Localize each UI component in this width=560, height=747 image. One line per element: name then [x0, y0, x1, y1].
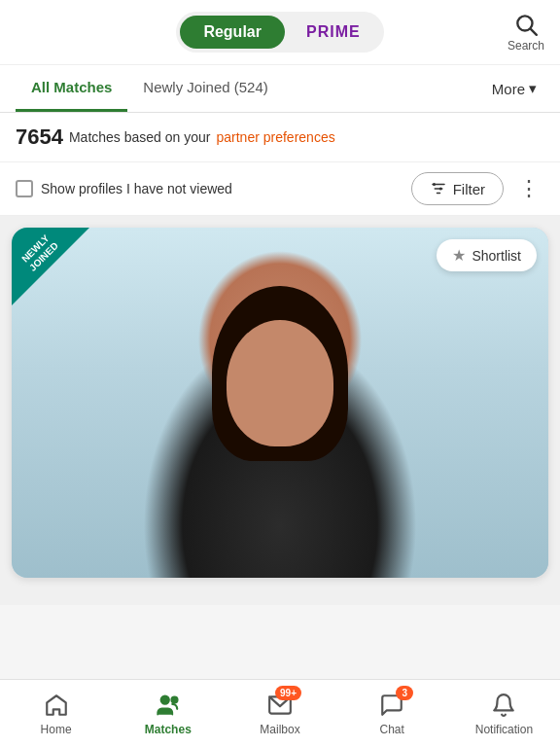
more-options-button[interactable]: ⋮ — [513, 173, 544, 204]
shortlist-label: Shortlist — [472, 248, 521, 264]
app-header: Regular PRIME Search — [0, 0, 560, 65]
matches-label: Matches — [145, 723, 192, 736]
regular-plan-button[interactable]: Regular — [180, 16, 285, 49]
filter-icon — [430, 180, 447, 197]
bottom-nav: Home Matches 99+ Mailbox — [0, 679, 560, 747]
tabs-bar: All Matches Newly Joined (524) More ▾ — [0, 65, 560, 113]
matches-info-bar: 7654 Matches based on your partner prefe… — [0, 113, 560, 162]
chat-badge: 3 — [396, 686, 413, 700]
nav-item-chat[interactable]: 3 Chat — [336, 680, 448, 747]
search-button[interactable]: Search — [508, 12, 544, 53]
tab-more[interactable]: More ▾ — [484, 66, 544, 111]
partner-preferences-link[interactable]: partner preferences — [216, 129, 334, 145]
nav-item-notification[interactable]: Notification — [448, 680, 560, 747]
nav-item-matches[interactable]: Matches — [112, 680, 224, 747]
not-viewed-checkbox[interactable] — [16, 180, 33, 197]
filter-bar: Show profiles I have not viewed Filter ⋮ — [0, 162, 560, 216]
cards-area: NEWLY JOINED ★ Shortlist — [0, 216, 560, 605]
matches-count: 7654 — [16, 124, 63, 150]
mailbox-label: Mailbox — [260, 723, 299, 736]
chevron-down-icon: ▾ — [529, 80, 537, 97]
chat-icon: 3 — [378, 692, 405, 719]
search-label: Search — [508, 39, 544, 53]
tab-newly-joined[interactable]: Newly Joined (524) — [127, 65, 283, 112]
profile-card: NEWLY JOINED ★ Shortlist — [12, 228, 548, 578]
home-label: Home — [41, 723, 72, 736]
nav-item-mailbox[interactable]: 99+ Mailbox — [224, 680, 335, 747]
notification-icon — [490, 692, 517, 719]
prime-plan-button[interactable]: PRIME — [287, 16, 380, 49]
profile-image[interactable]: NEWLY JOINED ★ Shortlist — [12, 228, 548, 578]
mailbox-badge: 99+ — [275, 686, 301, 700]
svg-point-6 — [438, 188, 441, 191]
person-photo — [12, 228, 548, 578]
matches-icon — [155, 692, 182, 719]
star-icon: ★ — [452, 246, 466, 265]
svg-point-7 — [160, 695, 169, 704]
newly-joined-text: NEWLY JOINED — [15, 228, 65, 278]
matches-text: Matches based on your — [69, 129, 211, 145]
filter-label: Filter — [453, 181, 485, 197]
svg-point-5 — [433, 183, 436, 186]
notification-label: Notification — [475, 723, 533, 736]
mailbox-icon: 99+ — [266, 692, 294, 719]
filter-controls: Filter ⋮ — [411, 172, 544, 205]
shortlist-button[interactable]: ★ Shortlist — [437, 239, 537, 271]
plan-toggle: Regular PRIME — [176, 12, 383, 53]
chat-label: Chat — [380, 723, 404, 736]
tab-all-matches[interactable]: All Matches — [16, 65, 127, 112]
newly-joined-badge: NEWLY JOINED — [12, 228, 89, 305]
not-viewed-checkbox-label[interactable]: Show profiles I have not viewed — [16, 180, 232, 197]
filter-button[interactable]: Filter — [411, 172, 504, 205]
home-icon — [43, 692, 70, 719]
not-viewed-label: Show profiles I have not viewed — [41, 181, 232, 196]
more-label: More — [492, 81, 525, 97]
svg-line-1 — [531, 29, 537, 35]
svg-point-8 — [171, 696, 178, 703]
search-icon — [513, 12, 539, 37]
nav-item-home[interactable]: Home — [0, 680, 112, 747]
